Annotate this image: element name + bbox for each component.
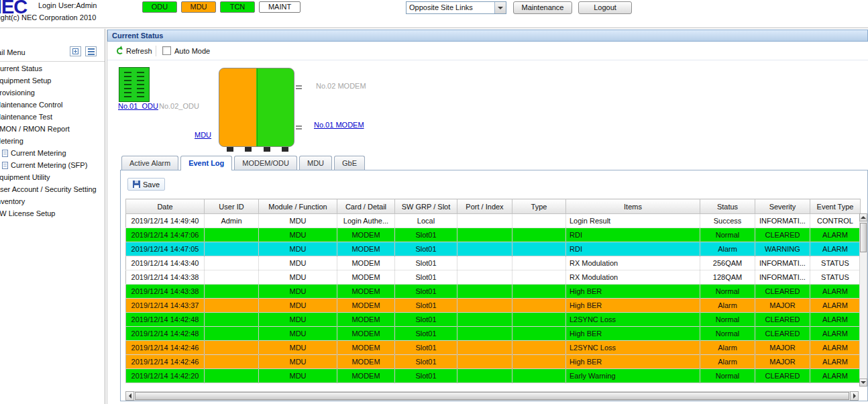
auto-mode-checkbox[interactable]	[162, 46, 171, 55]
table-cell: L2SYNC Loss	[566, 341, 700, 355]
modem1-link[interactable]: No.01 MODEM	[314, 121, 364, 129]
list-view-icon[interactable]	[85, 46, 97, 56]
table-cell: Alarm	[700, 299, 755, 313]
table-cell: MODEM	[337, 270, 395, 285]
scroll-down-button[interactable]	[859, 378, 867, 387]
mdu-split-line	[257, 68, 258, 146]
sidebar-item-pmon-rmon-report[interactable]: PMON / RMON Report	[0, 123, 105, 135]
table-row: 2019/12/14 14:42:46MDUMODEMSlot01High BE…	[126, 355, 861, 369]
table-cell: Success	[700, 214, 755, 228]
table-cell: CLEARED	[755, 228, 810, 242]
tab-mdu[interactable]: MDU	[299, 156, 332, 170]
tabs: Active AlarmEvent LogMODEM/ODUMDUGbE	[121, 156, 365, 170]
sidebar-item-metering[interactable]: Metering	[0, 135, 105, 147]
logout-button[interactable]: Logout	[578, 1, 632, 14]
table-cell: High BER	[566, 299, 700, 313]
table-cell	[205, 341, 259, 355]
sidebar-item-maintenance-control[interactable]: Maintenance Control	[0, 99, 105, 111]
sidebar-item-label: Current Metering (SFP)	[11, 159, 87, 171]
table-cell: MDU	[259, 313, 337, 327]
table-cell	[205, 270, 259, 285]
scroll-up-button[interactable]	[859, 213, 867, 221]
table-cell: MODEM	[337, 228, 395, 242]
save-icon	[133, 181, 140, 188]
tab-active-alarm[interactable]: Active Alarm	[121, 156, 178, 170]
table-cell: CLEARED	[755, 327, 810, 341]
sidebar: Detail Menu Current StatusEquipment Setu…	[0, 29, 105, 404]
odu2-label: No.02_ODU	[159, 102, 199, 110]
scroll-right-button[interactable]	[850, 391, 859, 401]
scroll-left-button[interactable]	[125, 391, 134, 401]
sidebar-item-current-metering-sfp[interactable]: Current Metering (SFP)	[2, 159, 105, 171]
table-cell: CONTROL	[810, 214, 861, 228]
table-row: 2019/12/14 14:42:20MDUMODEMSlot01Early W…	[126, 369, 861, 383]
column-header-card-detail: Card / Detail	[337, 199, 395, 214]
maintenance-button[interactable]: Maintenance	[513, 1, 572, 14]
table-cell: MDU	[259, 369, 337, 383]
column-header-sw-grp-slot: SW GRP / Slot	[395, 199, 457, 214]
table-cell: Slot01	[395, 242, 457, 256]
table-cell	[512, 313, 566, 327]
table-cell: 2019/12/14 14:43:38	[126, 285, 205, 299]
list-glyph-icon	[88, 48, 95, 55]
status-lamp-odu[interactable]: ODU	[142, 1, 177, 13]
refresh-button[interactable]: Refresh	[114, 45, 155, 57]
table-cell: MDU	[259, 256, 337, 270]
sidebar-item-provisioning[interactable]: Provisioning	[0, 87, 105, 99]
opposite-site-links-select[interactable]: Opposite Site Links	[406, 1, 506, 14]
sidebar-item-label: Metering	[0, 135, 23, 147]
auto-mode-label: Auto Mode	[174, 47, 210, 55]
table-cell: ALARM	[810, 355, 861, 369]
sidebar-item-maintenance-test[interactable]: Maintenance Test	[0, 111, 105, 123]
h-scroll-thumb[interactable]	[135, 392, 849, 400]
tree-view-icon[interactable]	[70, 46, 81, 56]
v-scroll-thumb[interactable]	[860, 223, 867, 252]
mdu-device	[219, 68, 294, 147]
table-cell: INFORMATI...	[755, 270, 810, 285]
table-cell: RDI	[566, 242, 700, 256]
main-content: Current Status Refresh Auto Mode No.01_O…	[107, 30, 868, 404]
sidebar-item-user-account-security-setting[interactable]: User Account / Security Setting	[0, 183, 105, 195]
sidebar-title: Detail Menu	[0, 48, 25, 56]
table-cell: MODEM	[337, 313, 395, 327]
table-cell	[457, 341, 512, 355]
table-cell: RX Modulation	[566, 256, 700, 270]
sidebar-item-equipment-utility[interactable]: Equipment Utility	[0, 171, 105, 183]
table-cell: Normal	[700, 369, 755, 383]
tab-gbe[interactable]: GbE	[334, 156, 365, 170]
table-cell: ALARM	[810, 313, 861, 327]
table-cell: MAJOR	[755, 341, 810, 355]
v-scrollbar[interactable]	[859, 213, 867, 387]
status-lamp-maint[interactable]: MAINT	[259, 1, 301, 13]
odu1-link[interactable]: No.01_ODU	[118, 102, 158, 110]
table-cell: MAJOR	[755, 299, 810, 313]
table-cell	[205, 228, 259, 242]
odu-vent	[137, 72, 144, 97]
tab-event-log[interactable]: Event Log	[180, 156, 232, 170]
table-cell: CLEARED	[755, 313, 810, 327]
tree-glyph-icon	[72, 48, 78, 54]
table-cell: Slot01	[395, 256, 457, 270]
table-cell: CLEARED	[755, 369, 810, 383]
h-scrollbar[interactable]	[125, 391, 859, 401]
table-cell: Normal	[700, 285, 755, 299]
table-cell: STATUS	[810, 270, 861, 285]
sidebar-item-equipment-setup[interactable]: Equipment Setup	[0, 74, 105, 87]
table-cell: 2019/12/14 14:43:38	[126, 270, 205, 285]
sidebar-item-inventory[interactable]: Inventory	[0, 195, 105, 207]
mdu-link[interactable]: MDU	[195, 131, 211, 139]
table-cell	[205, 355, 259, 369]
status-lamp-tcn[interactable]: TCN	[220, 1, 255, 13]
sidebar-item-current-status[interactable]: Current Status	[0, 62, 105, 74]
column-header-date: Date	[126, 199, 205, 214]
sidebar-item-sw-license-setup[interactable]: SW License Setup	[0, 207, 105, 219]
status-lamp-mdu[interactable]: MDU	[181, 1, 216, 13]
tab-modem-odu[interactable]: MODEM/ODU	[234, 156, 297, 170]
save-button[interactable]: Save	[127, 178, 165, 191]
table-row: 2019/12/14 14:42:48MDUMODEMSlot01L2SYNC …	[126, 313, 861, 327]
column-header-event-type: Event Type	[810, 199, 861, 214]
table-cell: Normal	[700, 228, 755, 242]
table-cell: MODEM	[337, 355, 395, 369]
table-cell	[205, 242, 259, 256]
sidebar-item-current-metering[interactable]: Current Metering	[2, 147, 105, 159]
